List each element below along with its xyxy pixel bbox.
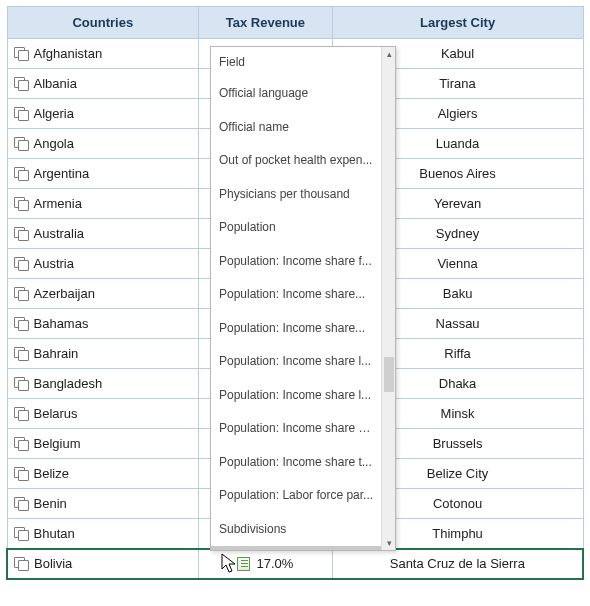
city-name: Brussels [433, 436, 483, 451]
city-name: Vienna [437, 256, 477, 271]
country-cell[interactable]: Bolivia [7, 549, 199, 579]
field-picker-list: FieldOfficial languageOfficial nameOut o… [211, 47, 381, 550]
field-option[interactable]: Population: Labor force par... [211, 479, 381, 513]
city-name: Baku [443, 286, 473, 301]
linked-record-icon [14, 47, 28, 59]
linked-record-icon [14, 527, 28, 539]
field-option[interactable]: Population: Income share l... [211, 345, 381, 379]
country-name: Algeria [34, 106, 74, 121]
tax-cell[interactable]: 17.0% [199, 549, 332, 579]
tax-value: 17.0% [256, 556, 293, 571]
country-cell[interactable]: Bangladesh [7, 369, 199, 399]
country-cell[interactable]: Australia [7, 219, 199, 249]
country-name: Argentina [34, 166, 90, 181]
linked-record-icon [14, 167, 28, 179]
linked-record-icon [14, 197, 28, 209]
field-option[interactable]: Physicians per thousand [211, 178, 381, 212]
country-name: Belarus [34, 406, 78, 421]
country-name: Belgium [34, 436, 81, 451]
field-option[interactable]: Subdivisions [211, 513, 381, 547]
city-name: Minsk [441, 406, 475, 421]
city-cell[interactable]: Santa Cruz de la Sierra [332, 549, 583, 579]
country-cell[interactable]: Afghanistan [7, 39, 199, 69]
scroll-up-arrow[interactable]: ▴ [382, 47, 396, 61]
header-countries[interactable]: Countries [7, 7, 199, 39]
country-cell[interactable]: Bahrain [7, 339, 199, 369]
country-cell[interactable]: Belize [7, 459, 199, 489]
country-name: Albania [34, 76, 77, 91]
country-name: Bahamas [34, 316, 89, 331]
city-name: Cotonou [433, 496, 482, 511]
linked-record-icon [14, 347, 28, 359]
country-name: Armenia [34, 196, 82, 211]
dropdown-scrollbar[interactable]: ▴ ▾ [381, 47, 395, 550]
linked-record-icon [14, 467, 28, 479]
field-option[interactable]: Population: Income share f... [211, 245, 381, 279]
city-name: Belize City [427, 466, 488, 481]
field-option[interactable]: Population: Income share... [211, 312, 381, 346]
city-name: Sydney [436, 226, 479, 241]
country-cell[interactable]: Angola [7, 129, 199, 159]
header-tax-revenue[interactable]: Tax Revenue [199, 7, 332, 39]
linked-record-icon [14, 557, 28, 569]
linked-record-icon [14, 107, 28, 119]
country-name: Angola [34, 136, 74, 151]
field-option[interactable]: Population: Income share s... [211, 412, 381, 446]
city-name: Yerevan [434, 196, 481, 211]
city-name: Tirana [439, 76, 475, 91]
scroll-thumb[interactable] [384, 357, 394, 392]
city-name: Nassau [436, 316, 480, 331]
city-name: Dhaka [439, 376, 477, 391]
field-option[interactable]: Out of pocket health expen... [211, 144, 381, 178]
header-row: Countries Tax Revenue Largest City [7, 7, 583, 39]
linked-record-icon [14, 227, 28, 239]
field-option[interactable]: Field [211, 47, 381, 77]
country-name: Bahrain [34, 346, 79, 361]
city-name: Buenos Aires [419, 166, 496, 181]
field-option[interactable]: Tax revenue (%) [211, 546, 381, 550]
linked-record-icon [14, 137, 28, 149]
country-cell[interactable]: Argentina [7, 159, 199, 189]
city-name: Santa Cruz de la Sierra [390, 556, 525, 571]
linked-record-icon [14, 437, 28, 449]
insert-data-icon[interactable] [237, 557, 250, 571]
country-name: Bangladesh [34, 376, 103, 391]
linked-record-icon [14, 257, 28, 269]
field-option[interactable]: Population: Income share... [211, 278, 381, 312]
field-picker-dropdown[interactable]: FieldOfficial languageOfficial nameOut o… [210, 46, 396, 551]
field-option[interactable]: Population: Income share l... [211, 379, 381, 413]
city-name: Kabul [441, 46, 474, 61]
city-name: Luanda [436, 136, 479, 151]
country-cell[interactable]: Belgium [7, 429, 199, 459]
field-option[interactable]: Official name [211, 111, 381, 145]
header-largest-city[interactable]: Largest City [332, 7, 583, 39]
country-cell[interactable]: Austria [7, 249, 199, 279]
country-name: Belize [34, 466, 69, 481]
country-name: Afghanistan [34, 46, 103, 61]
country-name: Benin [34, 496, 67, 511]
country-cell[interactable]: Bahamas [7, 309, 199, 339]
country-cell[interactable]: Azerbaijan [7, 279, 199, 309]
city-name: Algiers [438, 106, 478, 121]
city-name: Thimphu [432, 526, 483, 541]
linked-record-icon [14, 407, 28, 419]
country-cell[interactable]: Benin [7, 489, 199, 519]
linked-record-icon [14, 317, 28, 329]
field-option[interactable]: Population: Income share t... [211, 446, 381, 480]
country-cell[interactable]: Algeria [7, 99, 199, 129]
country-name: Bhutan [34, 526, 75, 541]
field-option[interactable]: Population [211, 211, 381, 245]
country-name: Bolivia [34, 556, 72, 571]
scroll-down-arrow[interactable]: ▾ [382, 536, 396, 550]
linked-record-icon [14, 497, 28, 509]
table-row: Bolivia17.0%Santa Cruz de la Sierra [7, 549, 583, 579]
field-option[interactable]: Official language [211, 77, 381, 111]
country-name: Australia [34, 226, 85, 241]
linked-record-icon [14, 287, 28, 299]
country-name: Austria [34, 256, 74, 271]
country-cell[interactable]: Armenia [7, 189, 199, 219]
linked-record-icon [14, 77, 28, 89]
country-cell[interactable]: Belarus [7, 399, 199, 429]
country-cell[interactable]: Bhutan [7, 519, 199, 549]
country-cell[interactable]: Albania [7, 69, 199, 99]
